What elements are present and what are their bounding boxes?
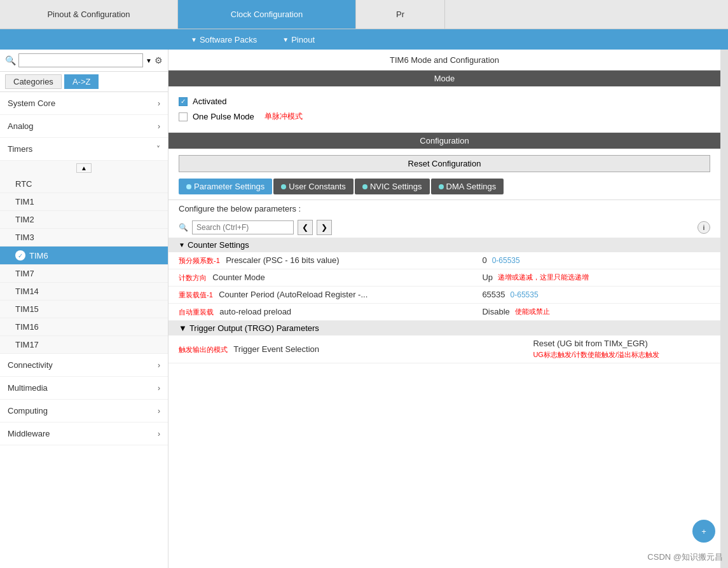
trigger-collapse-icon[interactable]: ▼ — [179, 323, 187, 333]
dropdown-arrow[interactable]: ▼ — [146, 57, 152, 64]
trigger-params-table: 触发输出的模式 Trigger Event Selection Reset (U… — [168, 335, 720, 363]
sidebar-item-rtc[interactable]: RTC — [0, 175, 168, 193]
activated-label: Activated — [193, 97, 226, 106]
tab-dot-nvic — [362, 184, 367, 189]
analog-label: Analog — [8, 121, 33, 131]
info-btn[interactable]: i — [697, 221, 710, 234]
activated-checkbox[interactable]: ✓ — [179, 97, 188, 106]
timers-label: Timers — [8, 144, 32, 154]
sub-nav-pinout[interactable]: ▼ Pinout — [270, 35, 327, 44]
system-core-label: System Core — [8, 98, 55, 108]
trigger-event-value: Reset (UG bit from TIMx_EGR) — [533, 339, 659, 348]
sidebar-item-tim14[interactable]: TIM14 — [0, 283, 168, 301]
table-row: 触发输出的模式 Trigger Event Selection Reset (U… — [168, 335, 720, 363]
tab-categories[interactable]: Categories — [5, 74, 62, 89]
categories-label: Categories — [13, 77, 53, 86]
sidebar-item-middleware[interactable]: Middleware › — [0, 423, 168, 445]
counter-mode-value: Up — [482, 273, 493, 282]
params-nav-forward-btn[interactable]: ❯ — [317, 220, 332, 235]
sidebar-item-tim16[interactable]: TIM16 — [0, 318, 168, 336]
dma-tab-label: DMA Settings — [446, 182, 497, 191]
tab-atoz[interactable]: A->Z — [64, 74, 99, 89]
sidebar-item-tim6[interactable]: ✓ TIM6 — [0, 247, 168, 265]
tab-pinout[interactable]: Pinout & Configuration — [0, 0, 178, 29]
prescaler-range: 0-65535 — [492, 256, 520, 265]
tab-clock-label: Clock Configuration — [231, 10, 303, 19]
tim6-label: TIM6 — [29, 251, 48, 260]
sidebar-item-analog[interactable]: Analog › — [0, 115, 168, 138]
params-table: 预分频系数-1 Prescaler (PSC - 16 bits value) … — [168, 252, 720, 321]
prescaler-annotation-left: 预分频系数-1 — [179, 257, 220, 264]
chevron-down-icon-timers: ˅ — [156, 145, 160, 154]
sub-nav-software-packs[interactable]: ▼ Software Packs — [178, 35, 270, 44]
sidebar-item-tim7[interactable]: TIM7 — [0, 265, 168, 283]
params-nav-back-btn[interactable]: ❮ — [298, 220, 313, 235]
sidebar-item-tim3[interactable]: TIM3 — [0, 229, 168, 247]
chevron-right-icon-mm: › — [158, 384, 160, 393]
counter-mode-label: Counter Mode — [212, 273, 264, 282]
sidebar-item-computing[interactable]: Computing › — [0, 400, 168, 423]
watermark: CSDN @知识搬元昌 — [647, 551, 723, 563]
tab-dma-settings[interactable]: DMA Settings — [431, 179, 504, 194]
user-tab-label: User Constants — [289, 182, 346, 191]
trigger-event-label: Trigger Event Selection — [233, 344, 319, 354]
tim6-check-icon: ✓ — [15, 250, 25, 260]
prescaler-value: 0 — [482, 255, 486, 265]
zoom-in-icon: + — [701, 527, 706, 536]
reset-config-btn[interactable]: Reset Configuration — [179, 155, 710, 172]
param-tab-label: Parameter Settings — [194, 182, 264, 191]
one-pulse-annotation: 单脉冲模式 — [264, 111, 303, 122]
preload-annotation-right: 使能或禁止 — [515, 307, 550, 316]
params-search-input[interactable] — [192, 220, 294, 234]
tab-project[interactable]: Pr — [356, 0, 445, 29]
reset-btn-label: Reset Configuration — [408, 159, 481, 168]
tab-pinout-label: Pinout & Configuration — [47, 10, 130, 19]
nvic-tab-label: NVIC Settings — [370, 182, 422, 191]
one-pulse-checkbox[interactable] — [179, 112, 188, 121]
preload-label: auto-reload preload — [219, 307, 291, 316]
sub-nav-software-packs-label: Software Packs — [200, 35, 257, 44]
counter-collapse-icon[interactable]: ▼ — [179, 241, 185, 248]
sidebar-item-tim15[interactable]: TIM15 — [0, 301, 168, 318]
prescaler-label: Prescaler (PSC - 16 bits value) — [226, 255, 339, 265]
sidebar-item-connectivity[interactable]: Connectivity › — [0, 354, 168, 377]
gear-icon[interactable]: ⚙ — [155, 55, 163, 65]
tab-dot-user — [281, 184, 286, 189]
config-header-text: Configuration — [420, 136, 469, 145]
atoz-label: A->Z — [72, 77, 91, 86]
timers-scroll-up-btn[interactable]: ▲ — [76, 163, 92, 173]
mode-header-text: Mode — [434, 74, 455, 83]
chevron-down-icon: ▼ — [191, 36, 197, 43]
sidebar-item-system-core[interactable]: System Core › — [0, 92, 168, 115]
tab-project-label: Pr — [396, 10, 404, 19]
tab-user-constants[interactable]: User Constants — [273, 179, 354, 194]
sidebar-item-tim1[interactable]: TIM1 — [0, 193, 168, 211]
sidebar-item-multimedia[interactable]: Multimedia › — [0, 377, 168, 400]
params-header: Configure the below parameters : — [168, 199, 720, 217]
scrollbar[interactable] — [720, 50, 728, 568]
sidebar-item-tim2[interactable]: TIM2 — [0, 211, 168, 229]
params-search-icon: 🔍 — [179, 223, 188, 232]
table-row: 自动重装载 auto-reload preload Disable 使能或禁止 — [168, 304, 720, 321]
period-annotation-left: 重装载值-1 — [179, 291, 213, 299]
sub-nav-pinout-label: Pinout — [291, 35, 315, 44]
sidebar-item-tim17[interactable]: TIM17 — [0, 336, 168, 354]
content-title-text: TIM6 Mode and Configuration — [390, 55, 499, 65]
search-input[interactable] — [18, 53, 143, 67]
trigger-annotation-right: UG标志触发/计数使能触发/溢出标志触发 — [533, 350, 659, 360]
period-value: 65535 — [482, 290, 505, 299]
trigger-annotation-left: 触发输出的模式 — [179, 346, 228, 353]
search-icon: 🔍 — [5, 55, 16, 65]
tab-dot-dma — [439, 184, 444, 189]
chevron-right-icon-conn: › — [158, 361, 160, 370]
config-header: Configuration — [168, 133, 720, 149]
tab-nvic-settings[interactable]: NVIC Settings — [355, 179, 430, 194]
tab-parameter-settings[interactable]: Parameter Settings — [179, 179, 272, 194]
table-row: 重装载值-1 Counter Period (AutoReload Regist… — [168, 287, 720, 304]
sidebar-item-timers[interactable]: Timers ˅ — [0, 138, 168, 161]
chevron-right-icon-comp: › — [158, 407, 160, 416]
tab-clock[interactable]: Clock Configuration — [178, 0, 356, 29]
zoom-in-btn[interactable]: + — [692, 520, 715, 543]
computing-label: Computing — [8, 406, 48, 416]
one-pulse-label: One Pulse Mode — [193, 112, 254, 121]
